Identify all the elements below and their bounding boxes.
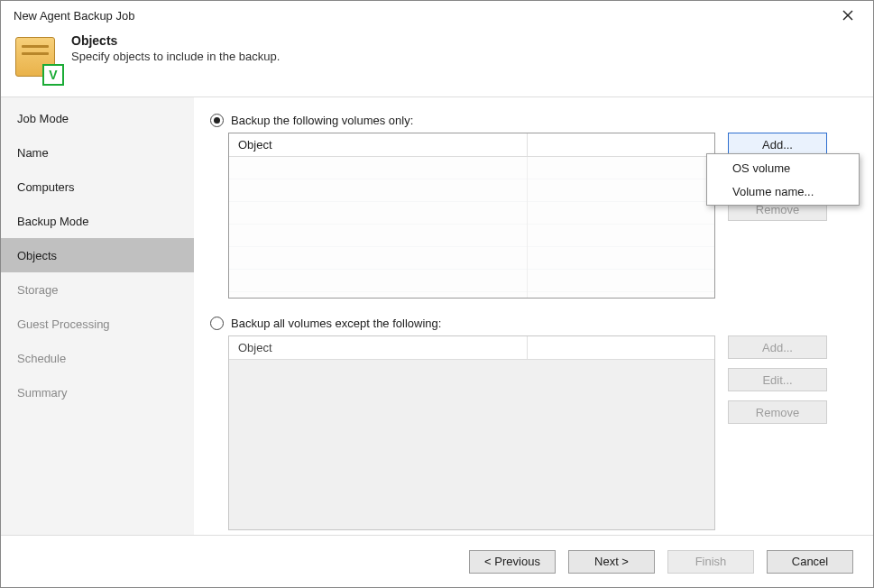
radio-icon [210,317,224,330]
step-schedule[interactable]: Schedule [1,341,194,375]
page-subtitle: Specify objects to include in the backup… [71,50,280,63]
exclude-button-column: Add... Edit... Remove [728,335,827,424]
exclude-listbox: Object [228,335,715,530]
menu-os-volume[interactable]: OS volume [707,156,859,179]
step-summary[interactable]: Summary [1,375,194,409]
titlebar: New Agent Backup Job [1,1,873,30]
wizard-header: V Objects Specify objects to include in … [1,30,873,96]
previous-button[interactable]: < Previous [469,550,556,574]
include-radio-row[interactable]: Backup the following volumes only: [210,114,855,127]
exclude-label: Backup all volumes except the following: [231,317,441,330]
objects-icon: V [15,37,59,80]
include-listbox[interactable]: Object [228,133,715,299]
cancel-button[interactable]: Cancel [767,550,853,574]
finish-button: Finish [667,550,754,574]
close-button[interactable] [830,3,866,28]
next-button[interactable]: Next > [568,550,655,574]
wizard-footer: < Previous Next > Finish Cancel [1,535,873,587]
step-computers[interactable]: Computers [1,170,194,204]
v-badge-icon: V [42,64,64,86]
add-menu: OS volume Volume name... [706,153,860,206]
wizard-steps: Job Mode Name Computers Backup Mode Obje… [1,96,194,535]
exclude-add-button: Add... [728,335,827,359]
exclude-list-rows [229,360,714,529]
wizard-content: Backup the following volumes only: Objec… [194,96,873,535]
exclude-radio-row[interactable]: Backup all volumes except the following: [210,317,855,330]
wizard-dialog: New Agent Backup Job V Objects Specify o… [0,0,874,588]
step-backup-mode[interactable]: Backup Mode [1,204,194,238]
include-label: Backup the following volumes only: [231,114,413,127]
menu-volume-name[interactable]: Volume name... [707,179,859,203]
step-storage[interactable]: Storage [1,272,194,307]
include-list-rows [229,157,714,298]
step-objects[interactable]: Objects [1,238,194,272]
radio-icon [210,114,224,127]
step-job-mode[interactable]: Job Mode [1,101,194,135]
window-title: New Agent Backup Job [14,9,830,23]
step-guest-processing[interactable]: Guest Processing [1,307,194,341]
include-list-header: Object [229,133,714,157]
page-title: Objects [71,33,280,48]
close-icon [842,10,853,21]
step-name[interactable]: Name [1,135,194,170]
exclude-edit-button: Edit... [728,368,827,391]
exclude-remove-button: Remove [728,400,827,424]
exclude-list-header: Object [229,336,714,360]
